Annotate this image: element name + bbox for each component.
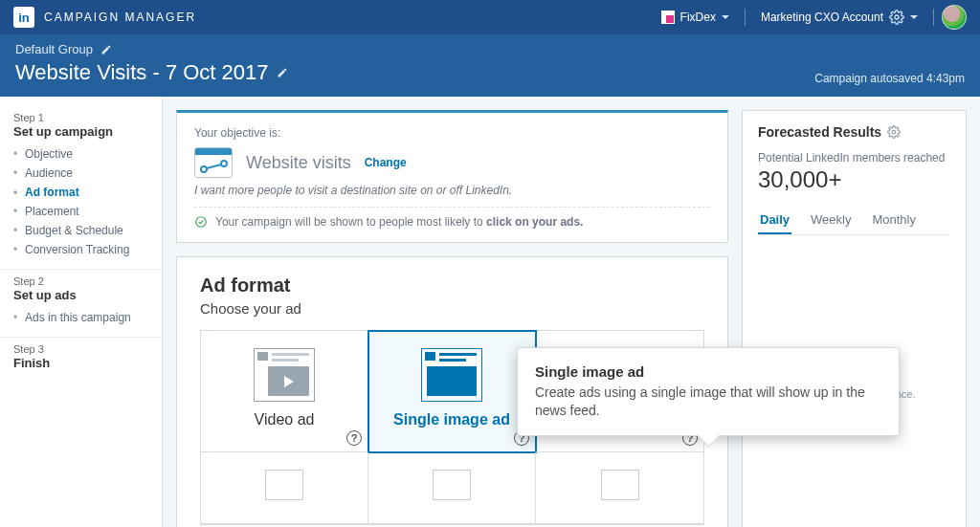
sidebar-step-2: Step 2 Set up ads Ads in this campaign [0, 270, 162, 338]
gear-icon[interactable] [887, 125, 901, 139]
sub-bar: Default Group Website Visits - 7 Oct 201… [0, 34, 980, 97]
help-icon[interactable]: ? [346, 430, 362, 446]
step-title: Finish [13, 356, 148, 370]
video-ad-icon [254, 348, 315, 402]
tooltip-title: Single image ad [535, 363, 881, 380]
forecast-tab-daily[interactable]: Daily [758, 207, 791, 234]
forecast-reach-label: Potential LinkedIn members reached [758, 151, 950, 165]
avatar[interactable] [942, 5, 967, 30]
fixdex-icon [661, 11, 675, 24]
step-title: Set up campaign [13, 124, 148, 139]
objective-title: Website visits [246, 153, 351, 173]
account-switcher-fixdex[interactable]: FixDex [654, 7, 737, 28]
svg-point-3 [196, 217, 207, 228]
sidebar-item-ad-format[interactable]: Ad format [13, 183, 148, 202]
top-bar: in CAMPAIGN MANAGER FixDex Marketing CXO… [0, 0, 980, 34]
svg-point-0 [895, 15, 899, 19]
forecast-reach-value: 30,000+ [758, 166, 950, 193]
ad-format-option-row2-1[interactable] [201, 452, 368, 524]
account-dropdown[interactable]: Marketing CXO Account [753, 6, 925, 29]
website-visits-icon [194, 147, 233, 178]
sidebar-item-placement[interactable]: Placement [13, 202, 148, 221]
step-num: Step 3 [13, 343, 148, 355]
sidebar-item-audience[interactable]: Audience [13, 164, 148, 183]
sidebar-item-budget[interactable]: Budget & Schedule [13, 221, 148, 240]
app-title: CAMPAIGN MANAGER [44, 11, 196, 24]
forecast-tab-weekly[interactable]: Weekly [809, 207, 853, 234]
ad-format-option-video[interactable]: Video ad ? [201, 331, 368, 452]
forecast-panel: Forecasted Results Potential LinkedIn me… [742, 110, 967, 527]
svg-point-4 [892, 130, 896, 134]
option-title: Video ad [255, 411, 315, 428]
step-num: Step 2 [13, 275, 148, 287]
ad-format-option-single-image[interactable]: Single image ad ? [368, 331, 536, 452]
sidebar-item-ads-in-campaign[interactable]: Ads in this campaign [13, 308, 148, 327]
group-name: Default Group [15, 42, 93, 56]
pencil-icon[interactable] [100, 44, 112, 55]
sidebar-item-objective[interactable]: Objective [13, 144, 148, 164]
linkedin-logo: in [13, 7, 34, 28]
sidebar-step-3: Step 3 Finish [0, 338, 162, 380]
gear-icon [889, 10, 904, 25]
account-label: Marketing CXO Account [761, 11, 883, 24]
single-image-ad-icon [421, 348, 482, 402]
chevron-down-icon [910, 15, 918, 19]
sidebar-item-conversion[interactable]: Conversion Tracking [13, 240, 148, 259]
objective-desc: I want more people to visit a destinatio… [194, 184, 710, 197]
ad-format-heading: Ad format [200, 274, 704, 296]
divider [745, 9, 746, 26]
ad-format-subheading: Choose your ad [200, 300, 704, 317]
objective-card: Your objective is: Website visits Change… [176, 110, 728, 243]
option-title: Single image ad [393, 411, 510, 428]
pencil-icon[interactable] [277, 67, 288, 78]
autosave-status: Campaign autosaved 4:43pm [814, 72, 965, 85]
change-objective-link[interactable]: Change [365, 156, 407, 169]
step-title: Set up ads [13, 288, 148, 302]
campaign-name: Website Visits - 7 Oct 2017 [15, 60, 269, 85]
forecast-tab-monthly[interactable]: Monthly [870, 207, 918, 234]
tooltip-body: Create ads using a single image that wil… [535, 384, 881, 420]
objective-note: Your campaign will be shown to people mo… [194, 207, 710, 229]
fixdex-label: FixDex [680, 11, 716, 24]
step-num: Step 1 [13, 112, 148, 123]
sidebar-step-1: Step 1 Set up campaign Objective Audienc… [0, 106, 162, 270]
check-circle-icon [194, 215, 208, 229]
svg-point-2 [221, 161, 227, 166]
forecast-heading: Forecasted Results [758, 124, 881, 140]
objective-label: Your objective is: [194, 126, 710, 140]
svg-point-1 [201, 166, 207, 172]
sidebar: Step 1 Set up campaign Objective Audienc… [0, 97, 163, 527]
divider [933, 9, 934, 26]
chevron-down-icon [722, 15, 729, 19]
ad-format-option-row2-3[interactable] [536, 452, 703, 524]
tooltip-single-image-ad: Single image ad Create ads using a singl… [517, 347, 900, 436]
ad-format-option-row2-2[interactable] [368, 452, 536, 524]
